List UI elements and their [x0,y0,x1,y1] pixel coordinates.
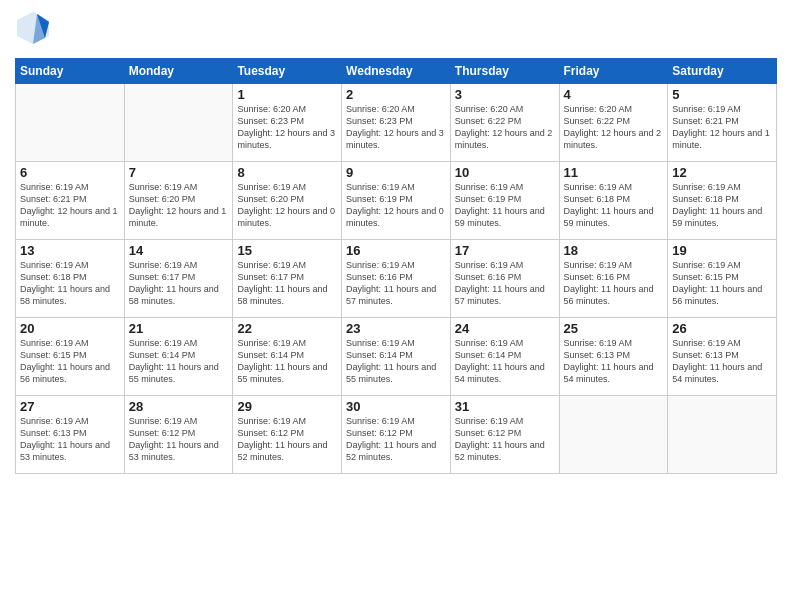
day-number: 8 [237,165,337,180]
day-detail: Sunrise: 6:19 AM Sunset: 6:19 PM Dayligh… [455,181,555,230]
day-detail: Sunrise: 6:19 AM Sunset: 6:16 PM Dayligh… [564,259,664,308]
day-of-week-header: Saturday [668,59,777,84]
calendar-cell: 17Sunrise: 6:19 AM Sunset: 6:16 PM Dayli… [450,240,559,318]
day-number: 10 [455,165,555,180]
day-number: 16 [346,243,446,258]
logo [15,10,53,50]
day-detail: Sunrise: 6:19 AM Sunset: 6:12 PM Dayligh… [129,415,229,464]
calendar-cell: 3Sunrise: 6:20 AM Sunset: 6:22 PM Daylig… [450,84,559,162]
header [15,10,777,50]
calendar-cell: 21Sunrise: 6:19 AM Sunset: 6:14 PM Dayli… [124,318,233,396]
day-detail: Sunrise: 6:19 AM Sunset: 6:13 PM Dayligh… [672,337,772,386]
calendar-cell: 11Sunrise: 6:19 AM Sunset: 6:18 PM Dayli… [559,162,668,240]
day-number: 28 [129,399,229,414]
day-number: 5 [672,87,772,102]
day-detail: Sunrise: 6:19 AM Sunset: 6:20 PM Dayligh… [129,181,229,230]
day-detail: Sunrise: 6:19 AM Sunset: 6:19 PM Dayligh… [346,181,446,230]
calendar-cell: 28Sunrise: 6:19 AM Sunset: 6:12 PM Dayli… [124,396,233,474]
day-detail: Sunrise: 6:19 AM Sunset: 6:18 PM Dayligh… [564,181,664,230]
day-detail: Sunrise: 6:19 AM Sunset: 6:21 PM Dayligh… [20,181,120,230]
day-number: 22 [237,321,337,336]
day-detail: Sunrise: 6:19 AM Sunset: 6:16 PM Dayligh… [455,259,555,308]
day-number: 20 [20,321,120,336]
day-number: 3 [455,87,555,102]
calendar-cell: 12Sunrise: 6:19 AM Sunset: 6:18 PM Dayli… [668,162,777,240]
day-number: 27 [20,399,120,414]
calendar-cell [16,84,125,162]
day-number: 12 [672,165,772,180]
calendar-cell: 1Sunrise: 6:20 AM Sunset: 6:23 PM Daylig… [233,84,342,162]
calendar-week-row: 6Sunrise: 6:19 AM Sunset: 6:21 PM Daylig… [16,162,777,240]
calendar-cell: 18Sunrise: 6:19 AM Sunset: 6:16 PM Dayli… [559,240,668,318]
day-number: 26 [672,321,772,336]
day-detail: Sunrise: 6:19 AM Sunset: 6:16 PM Dayligh… [346,259,446,308]
day-number: 13 [20,243,120,258]
day-number: 18 [564,243,664,258]
day-of-week-header: Friday [559,59,668,84]
calendar-cell: 8Sunrise: 6:19 AM Sunset: 6:20 PM Daylig… [233,162,342,240]
calendar: SundayMondayTuesdayWednesdayThursdayFrid… [15,58,777,474]
day-number: 19 [672,243,772,258]
calendar-cell: 31Sunrise: 6:19 AM Sunset: 6:12 PM Dayli… [450,396,559,474]
day-detail: Sunrise: 6:20 AM Sunset: 6:23 PM Dayligh… [237,103,337,152]
calendar-cell: 22Sunrise: 6:19 AM Sunset: 6:14 PM Dayli… [233,318,342,396]
calendar-cell: 29Sunrise: 6:19 AM Sunset: 6:12 PM Dayli… [233,396,342,474]
day-number: 24 [455,321,555,336]
calendar-cell: 20Sunrise: 6:19 AM Sunset: 6:15 PM Dayli… [16,318,125,396]
day-number: 29 [237,399,337,414]
day-number: 9 [346,165,446,180]
day-detail: Sunrise: 6:19 AM Sunset: 6:17 PM Dayligh… [129,259,229,308]
calendar-cell: 5Sunrise: 6:19 AM Sunset: 6:21 PM Daylig… [668,84,777,162]
day-detail: Sunrise: 6:19 AM Sunset: 6:12 PM Dayligh… [237,415,337,464]
day-number: 7 [129,165,229,180]
calendar-cell [559,396,668,474]
day-detail: Sunrise: 6:19 AM Sunset: 6:18 PM Dayligh… [672,181,772,230]
calendar-cell [668,396,777,474]
day-detail: Sunrise: 6:19 AM Sunset: 6:14 PM Dayligh… [237,337,337,386]
calendar-week-row: 13Sunrise: 6:19 AM Sunset: 6:18 PM Dayli… [16,240,777,318]
calendar-cell: 30Sunrise: 6:19 AM Sunset: 6:12 PM Dayli… [342,396,451,474]
day-number: 21 [129,321,229,336]
calendar-header-row: SundayMondayTuesdayWednesdayThursdayFrid… [16,59,777,84]
day-of-week-header: Wednesday [342,59,451,84]
calendar-cell: 7Sunrise: 6:19 AM Sunset: 6:20 PM Daylig… [124,162,233,240]
calendar-cell [124,84,233,162]
calendar-cell: 16Sunrise: 6:19 AM Sunset: 6:16 PM Dayli… [342,240,451,318]
logo-icon [15,10,51,46]
day-number: 25 [564,321,664,336]
day-detail: Sunrise: 6:19 AM Sunset: 6:15 PM Dayligh… [20,337,120,386]
day-detail: Sunrise: 6:20 AM Sunset: 6:22 PM Dayligh… [455,103,555,152]
day-detail: Sunrise: 6:20 AM Sunset: 6:22 PM Dayligh… [564,103,664,152]
calendar-cell: 10Sunrise: 6:19 AM Sunset: 6:19 PM Dayli… [450,162,559,240]
day-detail: Sunrise: 6:19 AM Sunset: 6:14 PM Dayligh… [455,337,555,386]
calendar-cell: 4Sunrise: 6:20 AM Sunset: 6:22 PM Daylig… [559,84,668,162]
day-number: 4 [564,87,664,102]
day-detail: Sunrise: 6:19 AM Sunset: 6:17 PM Dayligh… [237,259,337,308]
day-number: 15 [237,243,337,258]
day-detail: Sunrise: 6:19 AM Sunset: 6:15 PM Dayligh… [672,259,772,308]
day-number: 17 [455,243,555,258]
day-detail: Sunrise: 6:19 AM Sunset: 6:13 PM Dayligh… [20,415,120,464]
calendar-cell: 6Sunrise: 6:19 AM Sunset: 6:21 PM Daylig… [16,162,125,240]
calendar-cell: 26Sunrise: 6:19 AM Sunset: 6:13 PM Dayli… [668,318,777,396]
calendar-cell: 2Sunrise: 6:20 AM Sunset: 6:23 PM Daylig… [342,84,451,162]
day-detail: Sunrise: 6:19 AM Sunset: 6:12 PM Dayligh… [346,415,446,464]
calendar-week-row: 1Sunrise: 6:20 AM Sunset: 6:23 PM Daylig… [16,84,777,162]
calendar-cell: 27Sunrise: 6:19 AM Sunset: 6:13 PM Dayli… [16,396,125,474]
day-number: 30 [346,399,446,414]
calendar-cell: 24Sunrise: 6:19 AM Sunset: 6:14 PM Dayli… [450,318,559,396]
day-number: 2 [346,87,446,102]
day-of-week-header: Thursday [450,59,559,84]
day-detail: Sunrise: 6:19 AM Sunset: 6:14 PM Dayligh… [346,337,446,386]
calendar-week-row: 27Sunrise: 6:19 AM Sunset: 6:13 PM Dayli… [16,396,777,474]
day-number: 6 [20,165,120,180]
day-detail: Sunrise: 6:19 AM Sunset: 6:12 PM Dayligh… [455,415,555,464]
day-detail: Sunrise: 6:19 AM Sunset: 6:20 PM Dayligh… [237,181,337,230]
calendar-cell: 13Sunrise: 6:19 AM Sunset: 6:18 PM Dayli… [16,240,125,318]
day-number: 31 [455,399,555,414]
calendar-cell: 23Sunrise: 6:19 AM Sunset: 6:14 PM Dayli… [342,318,451,396]
calendar-cell: 15Sunrise: 6:19 AM Sunset: 6:17 PM Dayli… [233,240,342,318]
day-detail: Sunrise: 6:19 AM Sunset: 6:18 PM Dayligh… [20,259,120,308]
page: SundayMondayTuesdayWednesdayThursdayFrid… [0,0,792,612]
day-detail: Sunrise: 6:19 AM Sunset: 6:13 PM Dayligh… [564,337,664,386]
